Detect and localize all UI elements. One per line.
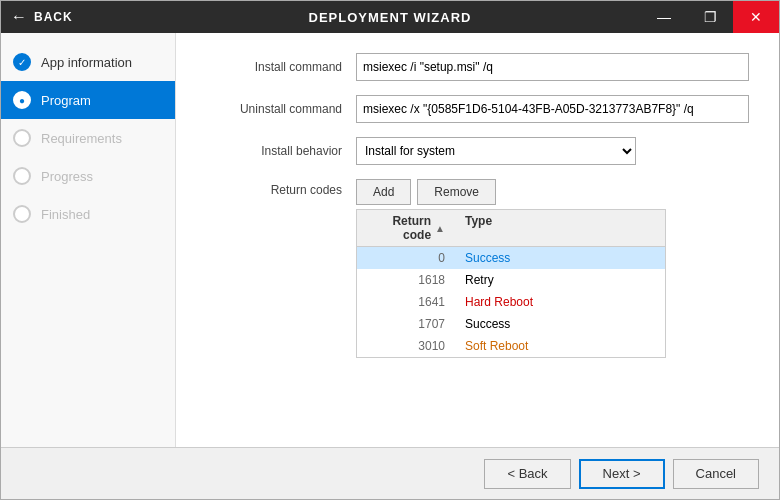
main-content: ✓ App information ● Program Requirements… <box>1 33 779 447</box>
table-row[interactable]: 1707 Success <box>357 313 665 335</box>
back-button[interactable]: ← BACK <box>11 8 73 26</box>
add-button[interactable]: Add <box>356 179 411 205</box>
main-panel: Install command Uninstall command Instal… <box>176 33 779 447</box>
sidebar-item-progress: Progress <box>1 157 175 195</box>
return-codes-table: Return code ▲ Type 0 Success 1618 <box>356 209 666 358</box>
uninstall-command-control <box>356 95 749 123</box>
table-row[interactable]: 0 Success <box>357 247 665 269</box>
code-cell: 1707 <box>365 317 465 331</box>
step-circle-finished <box>13 205 31 223</box>
code-cell: 1618 <box>365 273 465 287</box>
sidebar: ✓ App information ● Program Requirements… <box>1 33 176 447</box>
footer: < Back Next > Cancel <box>1 447 779 499</box>
return-codes-buttons: Add Remove <box>356 179 749 205</box>
type-cell: Success <box>465 251 657 265</box>
table-row[interactable]: 1641 Hard Reboot <box>357 291 665 313</box>
uninstall-command-label: Uninstall command <box>206 102 356 116</box>
sidebar-label-progress: Progress <box>41 169 93 184</box>
code-cell: 1641 <box>365 295 465 309</box>
type-cell: Hard Reboot <box>465 295 657 309</box>
uninstall-command-row: Uninstall command <box>206 95 749 123</box>
install-behavior-select[interactable]: Install for system Install for user <box>356 137 636 165</box>
return-codes-control: Add Remove Return code ▲ Type <box>356 179 749 358</box>
table-header: Return code ▲ Type <box>357 210 665 247</box>
install-command-control <box>356 53 749 81</box>
install-behavior-control: Install for system Install for user <box>356 137 749 165</box>
header-code: Return code ▲ <box>365 214 465 242</box>
table-row[interactable]: 1618 Retry <box>357 269 665 291</box>
titlebar-title: DEPLOYMENT WIZARD <box>309 10 472 25</box>
header-type: Type <box>465 214 657 242</box>
next-button[interactable]: Next > <box>579 459 665 489</box>
type-cell: Success <box>465 317 657 331</box>
return-codes-row: Return codes Add Remove Return code ▲ Ty… <box>206 179 749 358</box>
table-row[interactable]: 3010 Soft Reboot <box>357 335 665 357</box>
install-behavior-label: Install behavior <box>206 144 356 158</box>
step-circle-app-information: ✓ <box>13 53 31 71</box>
sidebar-label-finished: Finished <box>41 207 90 222</box>
sidebar-item-finished: Finished <box>1 195 175 233</box>
sidebar-item-app-information[interactable]: ✓ App information <box>1 43 175 81</box>
titlebar-controls: — ❐ ✕ <box>641 1 779 33</box>
step-circle-requirements <box>13 129 31 147</box>
install-behavior-row: Install behavior Install for system Inst… <box>206 137 749 165</box>
sidebar-label-app-information: App information <box>41 55 132 70</box>
install-command-label: Install command <box>206 60 356 74</box>
back-arrow-icon: ← <box>11 8 28 26</box>
back-label: BACK <box>34 10 73 24</box>
sidebar-item-requirements: Requirements <box>1 119 175 157</box>
type-cell: Retry <box>465 273 657 287</box>
install-command-input[interactable] <box>356 53 749 81</box>
code-cell: 0 <box>365 251 465 265</box>
step-circle-program: ● <box>13 91 31 109</box>
sidebar-label-requirements: Requirements <box>41 131 122 146</box>
titlebar: ← BACK DEPLOYMENT WIZARD — ❐ ✕ <box>1 1 779 33</box>
sidebar-item-program[interactable]: ● Program <box>1 81 175 119</box>
minimize-button[interactable]: — <box>641 1 687 33</box>
sidebar-label-program: Program <box>41 93 91 108</box>
sort-arrow-icon: ▲ <box>435 223 445 234</box>
cancel-button[interactable]: Cancel <box>673 459 759 489</box>
install-command-row: Install command <box>206 53 749 81</box>
step-circle-progress <box>13 167 31 185</box>
code-cell: 3010 <box>365 339 465 353</box>
uninstall-command-input[interactable] <box>356 95 749 123</box>
restore-button[interactable]: ❐ <box>687 1 733 33</box>
remove-button[interactable]: Remove <box>417 179 496 205</box>
type-cell: Soft Reboot <box>465 339 657 353</box>
deployment-wizard-window: ← BACK DEPLOYMENT WIZARD — ❐ ✕ ✓ App inf… <box>0 0 780 500</box>
back-footer-button[interactable]: < Back <box>484 459 570 489</box>
return-codes-label: Return codes <box>206 179 356 197</box>
close-button[interactable]: ✕ <box>733 1 779 33</box>
